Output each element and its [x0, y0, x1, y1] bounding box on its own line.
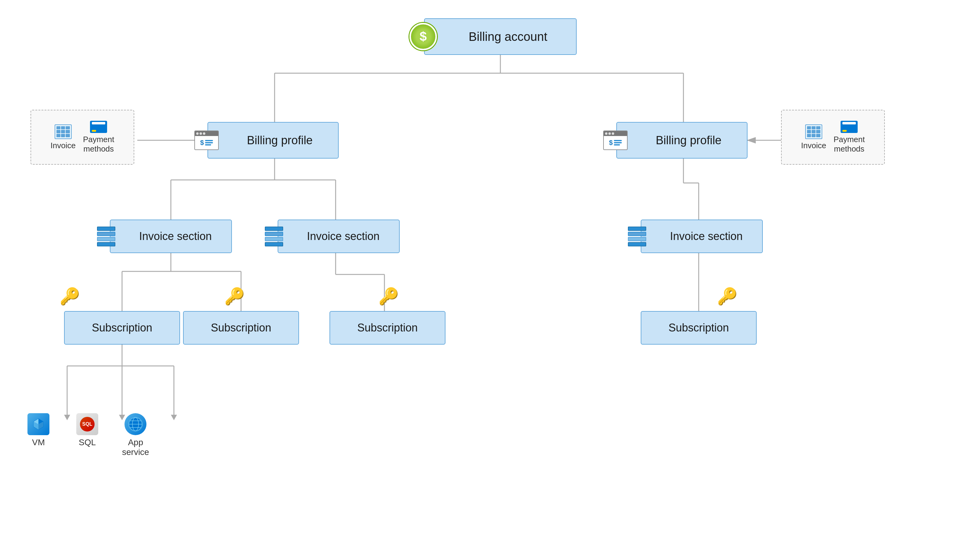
subscription-2-node: Subscription: [183, 311, 299, 345]
subscription-4-label: Subscription: [668, 321, 729, 334]
app-service-resource: Appservice: [122, 413, 149, 457]
invoice-item-left: Invoice: [51, 124, 76, 150]
dashed-box-left: Invoice Paymentmethods: [31, 110, 134, 165]
billing-account-label: Billing account: [453, 30, 547, 43]
billing-profile-left-label: Billing profile: [233, 134, 312, 147]
invoice-section-3-label: Invoice section: [661, 230, 743, 243]
invoice-label-left: Invoice: [51, 141, 76, 150]
subscription-2-label: Subscription: [211, 321, 271, 334]
svg-marker-42: [171, 415, 177, 420]
billing-profile-right-label: Billing profile: [642, 134, 721, 147]
invoice-item-right: Invoice: [801, 124, 826, 150]
invoice-section-1-node: Invoice section: [110, 220, 232, 253]
invoice-label-right: Invoice: [801, 141, 826, 150]
subscription-1-label: Subscription: [92, 321, 152, 334]
vm-icon: [32, 417, 45, 431]
billing-profile-left-node: $ Billing profile: [207, 122, 339, 159]
key-icon-sub4: 🔑: [717, 287, 737, 306]
svg-marker-40: [64, 415, 70, 420]
invoice-section-1-label: Invoice section: [130, 230, 212, 243]
vm-label: VM: [32, 438, 45, 448]
subscription-1-node: Subscription: [64, 311, 180, 345]
diagram-container: $ Billing account $: [0, 0, 980, 555]
vm-resource: VM: [27, 413, 50, 448]
dashed-box-right: Invoice Paymentmethods: [781, 110, 885, 165]
payment-item-right: Paymentmethods: [834, 121, 865, 154]
key-icon-sub3: 🔑: [378, 287, 399, 306]
sql-label: SQL: [79, 438, 96, 448]
payment-item-left: Paymentmethods: [83, 121, 114, 154]
sql-resource: SQL SQL: [76, 413, 98, 448]
connectors-svg: [0, 0, 980, 555]
billing-profile-right-node: $ Billing profile: [616, 122, 747, 159]
subscription-3-label: Subscription: [357, 321, 418, 334]
key-icon-sub2: 🔑: [224, 287, 245, 306]
payment-label-right: Paymentmethods: [834, 135, 865, 154]
invoice-section-2-label: Invoice section: [298, 230, 379, 243]
invoice-section-3-node: Invoice section: [641, 220, 763, 253]
key-icon-sub1: 🔑: [59, 287, 80, 306]
app-service-label: Appservice: [122, 438, 149, 457]
billing-account-node: $ Billing account: [424, 18, 577, 55]
invoice-section-2-node: Invoice section: [278, 220, 400, 253]
payment-label-left: Paymentmethods: [83, 135, 114, 154]
subscription-4-node: Subscription: [641, 311, 757, 345]
app-service-icon: [128, 417, 143, 432]
dollar-icon: $: [419, 29, 427, 44]
subscription-3-node: Subscription: [329, 311, 445, 345]
